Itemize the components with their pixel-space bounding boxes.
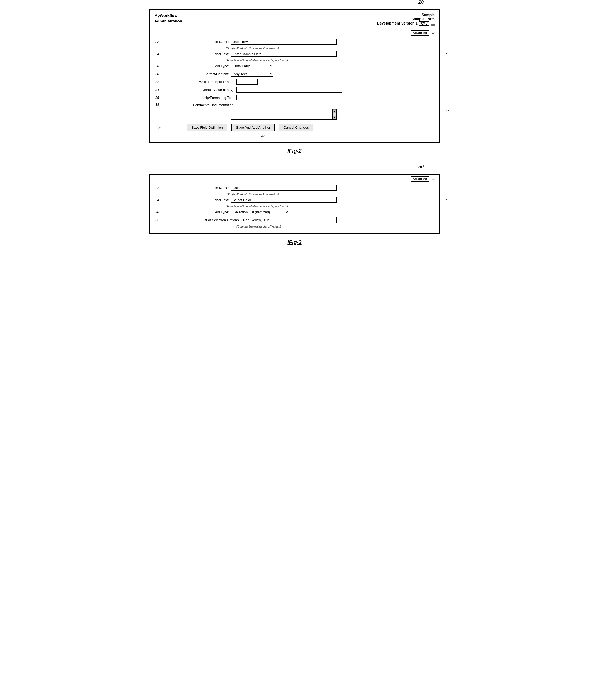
header-app-name: MyWorkflow <box>154 13 182 18</box>
save-definition-button[interactable]: Save Field Definition <box>187 124 227 131</box>
annot-44: 44 <box>446 109 449 113</box>
advanced-button[interactable]: Advanced <box>410 30 429 36</box>
header-admin: Administration <box>154 18 182 24</box>
scroll-down-arrow[interactable]: ▼ <box>333 116 337 120</box>
max-input-label: Maximum Input Length: <box>179 80 236 84</box>
comments-textarea-row: ▲ ▼ 44 <box>231 109 434 121</box>
label-text-input[interactable] <box>231 51 337 57</box>
default-value-label: Default Value (if any): <box>179 88 236 92</box>
label-text-row: 24 Label Text: 28 <box>171 51 434 57</box>
figure3-label: IFig-3 <box>150 239 439 245</box>
fig3-field-name-label: Field Name: <box>179 186 231 190</box>
help-text-row: 36 Help/Formatting Text: <box>171 95 434 100</box>
max-input-row: 32 Maximum Input Length: <box>171 79 434 85</box>
format-row: 30 Format/Content: Any Text <box>171 71 434 77</box>
fig3-list-options-input[interactable] <box>242 217 337 223</box>
fig3-advanced-row: Advanced ∞ <box>150 175 439 182</box>
advanced-row: Advanced ∞ <box>150 28 439 36</box>
fig3-field-name-input[interactable] <box>231 185 337 191</box>
form-header: MyWorkflow Administration Sample Sample … <box>150 10 439 28</box>
textarea-scrollbar[interactable]: ▲ ▼ <box>333 109 337 120</box>
save-add-another-button[interactable]: Save And Add Another <box>231 124 275 131</box>
field-name-input[interactable] <box>231 39 337 44</box>
header-sample: Sample <box>377 13 435 17</box>
fig3-field-name-hint: (Single Word, No Spaces or Punctuation) <box>226 193 434 196</box>
annot-26: 26 <box>155 64 159 68</box>
default-value-row: 34 Default Value (if any): <box>171 87 434 92</box>
annot-38: 38 <box>155 102 159 106</box>
max-input-field[interactable] <box>236 79 257 85</box>
fig3-annot-24: 24 <box>155 198 159 202</box>
annot-34: 34 <box>155 88 159 92</box>
field-name-row: 22 Field Name: <box>171 39 434 44</box>
scroll-up-arrow[interactable]: ▲ <box>333 109 337 113</box>
infinity-icon: ∞ <box>431 30 435 36</box>
fig3-label-text-row: 24 Label Text: 28 <box>171 197 434 203</box>
help-text-field[interactable] <box>236 95 342 100</box>
fig3-number: 50 <box>418 164 424 170</box>
fig3-annot-28: 28 <box>444 197 448 201</box>
header-left: MyWorkflow Administration <box>154 13 182 24</box>
fig2-number: 20 <box>418 0 424 5</box>
annot-32: 32 <box>155 80 159 84</box>
annot-30: 30 <box>155 72 159 76</box>
default-value-field[interactable] <box>236 87 342 92</box>
fig3-field-name-row: 22 Field Name: <box>171 185 434 191</box>
header-sample-form: Sample Form <box>377 17 435 21</box>
annot-40: 40 <box>157 126 160 130</box>
field-name-hint: (Single Word, No Spaces or Punctuation) <box>226 47 434 50</box>
xml-badge[interactable]: [XML] <box>419 21 429 26</box>
annot-24: 24 <box>155 52 159 56</box>
annot-36: 36 <box>155 96 159 100</box>
annot-42: 42 <box>261 134 434 138</box>
help-text-label: Help/Formatting Text: <box>179 96 236 100</box>
field-type-label: Field Type: <box>179 64 231 68</box>
annot-28: 28 <box>444 51 448 55</box>
figure2-form-box: MyWorkflow Administration Sample Sample … <box>150 9 439 143</box>
figure3-form-box: Advanced ∞ 22 Field Name: (Single Word, … <box>150 174 439 234</box>
comments-row: 38 Comments/Documentation: <box>171 102 434 107</box>
form3-body: 22 Field Name: (Single Word, No Spaces o… <box>150 182 439 233</box>
comments-textarea[interactable] <box>231 109 337 120</box>
fig3-advanced-button[interactable]: Advanced <box>410 176 429 182</box>
fig3-list-options-row: 52 List of Selection Options: <box>171 217 434 223</box>
comments-label: Comments/Documentation: <box>179 102 236 107</box>
fig3-annot-22: 22 <box>155 186 159 190</box>
header-version: Development Version 1 [XML] <box>377 21 435 26</box>
field-type-row: 26 Field Type: Data Entry <box>171 63 434 69</box>
format-select[interactable]: Any Text <box>231 71 273 77</box>
figure2-label: IFig-2 <box>150 148 439 154</box>
buttons-container: 40 Save Field Definition Save And Add An… <box>171 124 434 138</box>
fig3-field-type-label: Field Type: <box>179 210 231 214</box>
header-right: Sample Sample Form Development Version 1… <box>377 13 435 26</box>
fig3-list-options-label: List of Selection Options: <box>179 218 242 222</box>
fig3-label-text-hint: (How field will be labeled on input/disp… <box>226 205 434 208</box>
cancel-changes-button[interactable]: Cancel Changes <box>279 124 313 131</box>
form2-body: 22 Field Name: (Single Word, No Spaces o… <box>150 36 439 142</box>
fig3-label-text-label: Label Text: <box>179 198 231 202</box>
fig3-annot-26: 26 <box>155 210 159 214</box>
fig3-label-text-input[interactable] <box>231 197 337 203</box>
fig3-field-type-row: 26 Field Type: Selection List (itemized) <box>171 209 434 215</box>
fig3-list-options-hint: (Comma Separated List of Values) <box>236 225 434 228</box>
field-type-select[interactable]: Data Entry <box>231 63 273 69</box>
fig3-field-type-select[interactable]: Selection List (itemized) <box>231 209 289 215</box>
comments-textarea-container: ▲ ▼ <box>231 109 337 121</box>
field-name-label: Field Name: <box>179 40 231 44</box>
label-text-hint: (How field will be labeled on input/disp… <box>226 59 434 62</box>
format-label: Format/Content: <box>179 72 231 76</box>
buttons-row: Save Field Definition Save And Add Anoth… <box>187 124 434 134</box>
fig3-annot-52: 52 <box>155 218 159 222</box>
annot-22: 22 <box>155 40 159 44</box>
label-text-label: Label Text: <box>179 52 231 56</box>
fig3-infinity-icon: ∞ <box>431 176 435 182</box>
grid-icon <box>430 21 435 26</box>
